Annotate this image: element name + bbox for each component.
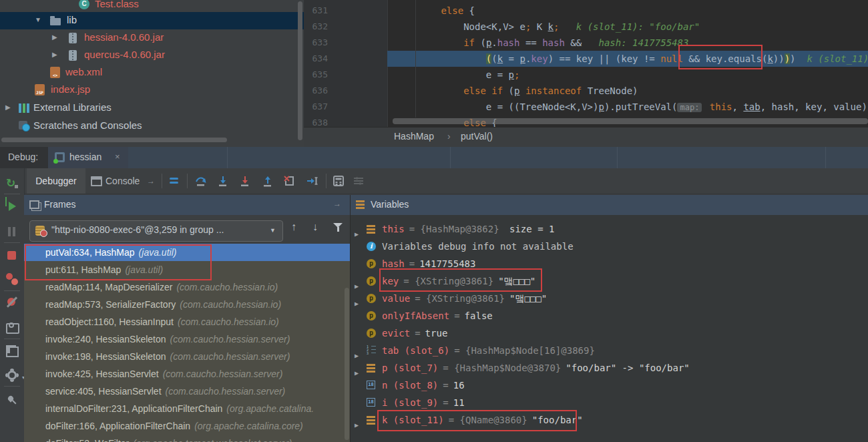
- code-line[interactable]: Node<K,V> e; K k; k (slot_11): "foo/bar": [396, 19, 700, 35]
- variable-row-onlyifabsent[interactable]: p onlyIfAbsent=false: [351, 307, 868, 324]
- panel-divider[interactable]: [350, 195, 351, 442]
- parameter-icon: p: [367, 294, 376, 303]
- tree-item-lib[interactable]: ▼ lib: [0, 12, 304, 29]
- frame-row[interactable]: put:611, HashMap(java.util): [24, 261, 351, 278]
- frame-row[interactable]: invoke:240, HessianSkeleton(com.caucho.h…: [24, 330, 351, 348]
- next-frame-button[interactable]: ↓: [312, 222, 318, 232]
- variable-row-value[interactable]: ▶ p value= {XString@3861}"맼□□□": [351, 290, 868, 307]
- code-line[interactable]: e = ((TreeNode<K,V>)p).putTreeVal(map: t…: [396, 99, 868, 116]
- expand-icon[interactable]: ▶: [5, 103, 11, 111]
- console-icon: [91, 176, 102, 186]
- code-line[interactable]: else if (p instanceof TreeNode): [396, 83, 638, 99]
- layout-settings-icon[interactable]: [353, 175, 365, 187]
- step-over-button[interactable]: [195, 175, 207, 187]
- settings-button[interactable]: ▾: [6, 369, 18, 381]
- variable-row-k[interactable]: ▶ k (slot_11)= {QName@3860}"foo/bar": [351, 411, 868, 429]
- thread-dump-button[interactable]: [6, 321, 18, 333]
- tree-item-scratches[interactable]: Scratches and Consoles: [0, 118, 304, 135]
- code-editor: 631 else { 632 Node<K,V> e; K k; k (slot…: [304, 0, 868, 147]
- float-panel-icon[interactable]: →: [333, 199, 341, 208]
- folder-icon: [50, 18, 61, 25]
- frames-scrollbar[interactable]: [345, 288, 349, 440]
- frame-row[interactable]: doFilter:166, ApplicationFilterChain(org…: [24, 417, 351, 435]
- run-to-cursor-button[interactable]: [306, 175, 318, 187]
- thread-selector[interactable]: "http-nio-8080-exec-6"@3,259 in group ..…: [29, 220, 283, 242]
- step-out-button[interactable]: [262, 175, 274, 187]
- variable-row-this[interactable]: ▶ this= {HashMap@3862} size = 1: [351, 220, 868, 238]
- collapse-icon[interactable]: ▼: [35, 16, 41, 23]
- variable-row-p[interactable]: ▶ p (slot_7)= {HashMap$Node@3870}"foo/ba…: [351, 359, 868, 377]
- frame-row[interactable]: readMap:573, SerializerFactory(com.cauch…: [24, 296, 351, 313]
- resume-button[interactable]: [6, 202, 18, 214]
- breadcrumb-separator: ›: [447, 131, 451, 142]
- variables-icon: [356, 200, 365, 209]
- session-tab-hessian[interactable]: hessian ×: [48, 147, 128, 168]
- tree-item-label: External Libraries: [33, 101, 112, 113]
- code-line[interactable]: if (p.hash == hash && hash: 1417755483: [396, 35, 688, 51]
- force-step-into-button[interactable]: [239, 175, 251, 187]
- pin-tab-button[interactable]: [6, 394, 18, 406]
- jar-icon: [69, 50, 77, 61]
- restore-layout-button[interactable]: [6, 345, 18, 357]
- code-line[interactable]: ((k = p.key) == key || (key != null && k…: [396, 51, 868, 67]
- stop-button[interactable]: [6, 250, 18, 262]
- frame-row[interactable]: doFilter:52, WsFilter(org.apache.tomcat.…: [24, 435, 351, 442]
- code-line[interactable]: else {: [396, 3, 475, 19]
- line-number: 637: [308, 99, 328, 115]
- expand-icon[interactable]: ▶: [52, 51, 57, 58]
- pause-button[interactable]: [6, 226, 18, 238]
- parameter-icon: p: [367, 276, 376, 286]
- tree-item-quercus-jar[interactable]: ▶ quercus-4.0.60.jar: [0, 47, 304, 64]
- chevron-down-icon: ▼: [270, 227, 276, 234]
- variables-title: Variables: [371, 199, 409, 210]
- frame-row[interactable]: putVal:634, HashMap(java.util): [24, 244, 351, 261]
- frame-row[interactable]: readObject:1160, HessianInput(com.caucho…: [24, 313, 351, 330]
- line-number: 631: [308, 3, 328, 19]
- tree-item-index-jsp[interactable]: JSP index.jsp: [0, 81, 304, 99]
- frames-panel: "http-nio-8080-exec-6"@3,259 in group ..…: [24, 215, 351, 442]
- view-breakpoints-button[interactable]: [6, 273, 18, 285]
- breadcrumb-method[interactable]: putVal(): [461, 131, 493, 142]
- tab-debugger[interactable]: Debugger: [27, 168, 85, 194]
- expand-icon[interactable]: ▶: [52, 33, 57, 41]
- variable-row-hash[interactable]: p hash=1417755483: [351, 255, 868, 272]
- expand-icon[interactable]: ▶: [355, 417, 359, 434]
- show-execution-point-button[interactable]: [168, 175, 180, 187]
- jump-to-console-icon[interactable]: →: [147, 168, 155, 194]
- tab-console[interactable]: Console →: [88, 168, 158, 194]
- tree-item-external-libraries[interactable]: ▶ External Libraries: [0, 99, 304, 117]
- filter-frames-button[interactable]: [333, 223, 343, 232]
- tree-item-web-xml[interactable]: <> web.xml: [0, 64, 304, 81]
- tree-item-label: Scratches and Consoles: [33, 120, 142, 131]
- frame-row[interactable]: invoke:425, HessianServlet(com.caucho.he…: [24, 365, 351, 383]
- code-line[interactable]: e = p;: [396, 67, 519, 83]
- variable-row-tab[interactable]: ▶ 1 2 3 tab (slot_6)= {HashMap$Node[16]@…: [351, 342, 868, 359]
- mute-breakpoints-button[interactable]: [6, 296, 18, 308]
- variable-row-key[interactable]: ▶ p key= {XString@3861}"맼□□□": [351, 272, 868, 290]
- frame-row[interactable]: readMap:114, MapDeserializer(com.caucho.…: [24, 278, 351, 296]
- frame-row[interactable]: invoke:198, HessianSkeleton(com.caucho.h…: [24, 348, 351, 365]
- rerun-button[interactable]: ↻: [6, 177, 18, 189]
- breadcrumb-class[interactable]: HashMap: [394, 131, 434, 142]
- frame-row[interactable]: internalDoFilter:231, ApplicationFilterC…: [24, 400, 351, 417]
- evaluate-expression-button[interactable]: [333, 175, 345, 187]
- session-tab-label: hessian: [69, 152, 101, 162]
- ide-window: C Test.class ▼ lib ▶ hessian-4.0.60.jar …: [0, 0, 868, 442]
- frames-icon: [29, 200, 39, 209]
- variable-row-n[interactable]: 18 n (slot_8)=16: [351, 377, 868, 394]
- previous-frame-button[interactable]: ↑: [291, 222, 296, 232]
- variable-row-i[interactable]: 18 i (slot_9)=11: [351, 394, 868, 411]
- close-icon[interactable]: ×: [115, 152, 120, 162]
- breadcrumb: HashMap › putVal(): [304, 127, 868, 147]
- line-number: 635: [308, 67, 328, 83]
- tree-item-test-class[interactable]: C Test.class: [0, 0, 304, 13]
- editor-horizontal-scrollbar[interactable]: [393, 118, 868, 124]
- line-number: 634: [308, 51, 328, 67]
- drop-frame-button[interactable]: [283, 175, 295, 187]
- tree-item-hessian-jar[interactable]: ▶ hessian-4.0.60.jar: [0, 29, 304, 47]
- horizontal-scrollbar[interactable]: [1, 138, 227, 142]
- step-into-button[interactable]: [217, 175, 229, 187]
- variable-row-evict[interactable]: p evict=true: [351, 324, 868, 342]
- vertical-scrollbar[interactable]: [298, 1, 302, 140]
- frame-row[interactable]: service:405, HessianServlet(com.caucho.h…: [24, 383, 351, 400]
